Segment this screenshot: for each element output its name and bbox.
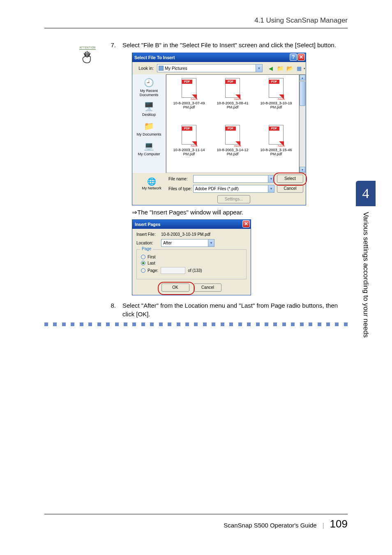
- place-mynet[interactable]: 🌐My Network: [135, 177, 168, 190]
- folder-icon: [159, 66, 164, 71]
- pdf-icon: PDFAdobe: [180, 125, 198, 146]
- place-desktop[interactable]: 🖥️Desktop: [142, 101, 156, 117]
- close-button[interactable]: ✕: [242, 220, 250, 228]
- page-legend: Page: [140, 246, 153, 251]
- select-file-dialog: Select File To Insert ? ✕ Look in: My Pi…: [132, 53, 306, 205]
- cancel-button[interactable]: Cancel: [194, 283, 221, 292]
- file-item[interactable]: PDFAdobe10-8-2003_3-08-41PM.pdf: [212, 78, 254, 123]
- file-item[interactable]: PDFAdobe10-8-2003_3-11-14PM.pdf: [168, 125, 210, 170]
- section-header: 4.1 Using ScanSnap Manager: [44, 16, 348, 28]
- chapter-number: 4: [356, 181, 376, 206]
- file-name: 10-8-2003_3-07-49PM.pdf: [173, 101, 205, 109]
- pdf-icon: PDFAdobe: [267, 125, 285, 146]
- lookin-label: Look in:: [135, 66, 155, 71]
- up-button[interactable]: 📁: [276, 64, 284, 72]
- side-tab: 4 Various settings according to your nee…: [356, 181, 376, 394]
- settings-button[interactable]: Settings...: [217, 195, 250, 203]
- file-name: 10-8-2003_3-11-14PM.pdf: [173, 148, 205, 156]
- location-dropdown[interactable]: After ▼: [161, 239, 214, 247]
- filename-label: File name:: [168, 177, 193, 181]
- radio-page[interactable]: Page:of (133): [141, 267, 242, 274]
- scroll-thumb[interactable]: [300, 81, 305, 106]
- file-list[interactable]: PDFAdobe10-8-2003_3-07-49PM.pdfPDFAdobe1…: [166, 74, 299, 173]
- place-mydocs[interactable]: 📁My Documents: [136, 120, 161, 137]
- insertfile-label: Insert File:: [136, 232, 161, 237]
- dialog-titlebar[interactable]: Select File To Insert ? ✕: [132, 53, 306, 62]
- pdf-icon: PDFAdobe: [224, 78, 241, 99]
- location-label: Location:: [136, 241, 161, 245]
- view-menu-button[interactable]: ▦: [295, 64, 303, 72]
- attention-icon: ATTENTION: [69, 43, 106, 64]
- step-8: 8. Select "After" from the Location menu…: [44, 301, 348, 318]
- result-text: ⇒The "Insert Pages" window will appear.: [132, 209, 348, 216]
- page-number: 109: [330, 518, 348, 530]
- close-button[interactable]: ✕: [297, 53, 305, 61]
- dialog-titlebar[interactable]: Insert Pages ✕: [132, 220, 251, 229]
- pdf-icon: PDFAdobe: [267, 78, 285, 99]
- help-button[interactable]: ?: [290, 53, 297, 61]
- file-item[interactable]: PDFAdobe10-8-2003_3-14-12PM.pdf: [212, 125, 254, 170]
- chevron-down-icon: ▼: [268, 185, 274, 192]
- select-button[interactable]: Select: [277, 175, 303, 183]
- new-folder-button[interactable]: 📂: [286, 64, 294, 72]
- scroll-down-icon[interactable]: ▼: [300, 167, 305, 173]
- scroll-up-icon[interactable]: ▲: [300, 75, 305, 81]
- separator: [44, 322, 348, 327]
- insert-pages-dialog: Insert Pages ✕ Insert File: 10-8-2003_3-…: [132, 219, 251, 295]
- back-button[interactable]: ◀: [267, 64, 275, 72]
- file-name: 10-8-2003_3-14-12PM.pdf: [217, 148, 248, 156]
- ok-button[interactable]: OK: [161, 283, 189, 292]
- radio-first[interactable]: First: [141, 255, 242, 259]
- chevron-down-icon: ▼: [208, 240, 214, 246]
- lookin-dropdown[interactable]: My Pictures ▼: [157, 64, 263, 72]
- pdf-icon: PDFAdobe: [180, 78, 198, 99]
- place-recent[interactable]: 🕘My Recent Documents: [132, 77, 166, 97]
- lookin-value: My Pictures: [165, 66, 187, 71]
- dialog-title: Insert Pages: [135, 222, 160, 227]
- guide-title: ScanSnap S500 Operator's Guide: [224, 522, 316, 529]
- radio-last[interactable]: Last: [141, 261, 242, 265]
- cancel-button[interactable]: Cancel: [277, 184, 303, 193]
- filename-input[interactable]: ▼: [193, 175, 274, 183]
- dialog-title: Select File To Insert: [134, 55, 175, 60]
- chapter-title: Various settings according to your needs: [362, 212, 370, 338]
- chevron-down-icon: ▼: [256, 64, 262, 72]
- page-group: Page First Last Page:of (133): [136, 249, 247, 279]
- file-name: 10-8-2003_3-15-46PM.pdf: [260, 148, 292, 156]
- file-item[interactable]: PDFAdobe10-8-2003_3-15-46PM.pdf: [255, 125, 297, 170]
- pdf-icon: PDFAdobe: [224, 125, 241, 146]
- file-name: 10-8-2003_3-10-19PM.pdf: [260, 101, 292, 109]
- places-bar: 🕘My Recent Documents 🖥️Desktop 📁My Docum…: [132, 74, 166, 173]
- file-item[interactable]: PDFAdobe10-8-2003_3-07-49PM.pdf: [168, 78, 210, 123]
- page-input[interactable]: [161, 267, 185, 274]
- location-value: After: [163, 241, 172, 245]
- place-mycomp[interactable]: 💻My Computer: [138, 140, 160, 157]
- page-footer: ScanSnap S500 Operator's Guide | 109: [44, 514, 348, 530]
- file-name: 10-8-2003_3-08-41PM.pdf: [217, 101, 248, 109]
- file-item[interactable]: PDFAdobe10-8-2003_3-10-19PM.pdf: [255, 78, 297, 123]
- filetype-label: Files of type:: [168, 187, 193, 191]
- filetype-dropdown[interactable]: Adobe PDF Files (*.pdf)▼: [193, 185, 274, 193]
- insertfile-value: 10-8-2003_3-10-19 PM.pdf: [161, 232, 247, 237]
- scrollbar[interactable]: ▲ ▼: [299, 74, 306, 173]
